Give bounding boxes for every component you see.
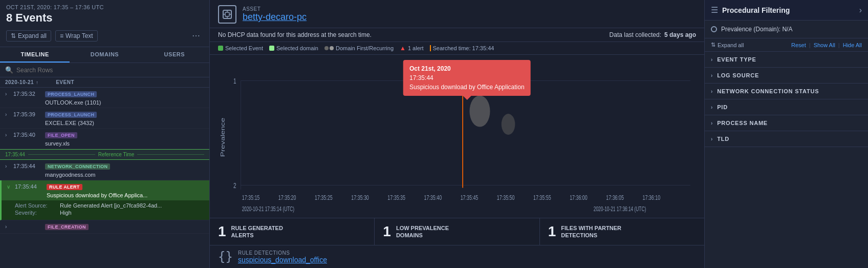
expand-arrow[interactable]: ›: [5, 224, 10, 230]
expand-arrow[interactable]: ›: [5, 91, 10, 97]
alert-triangle-icon: ▲: [400, 45, 406, 52]
dhcp-text: No DHCP data found for this address at t…: [218, 31, 372, 38]
dot-first: [324, 46, 329, 50]
event-name: Suspicious download by Office Applica...: [47, 192, 147, 198]
event-content: FILE_CREATION: [45, 223, 204, 232]
search-input[interactable]: [16, 67, 204, 74]
stat-low-prevalence-number: 1: [383, 223, 391, 240]
chart-tooltip: Oct 21st, 2020 17:35:44 Suspicious downl…: [403, 60, 531, 96]
filter-section-header: › LOG SOURCE: [705, 68, 868, 83]
event-time: 17:35:32: [13, 91, 42, 97]
wrap-text-button[interactable]: ≡ Wrap Text: [55, 30, 98, 42]
expanded-detail: Alert Source: Rule Generated Alert [jo_c…: [2, 200, 209, 220]
stat-rule-alerts-number: 1: [218, 223, 226, 240]
rule-alert-badge: RULE ALERT: [47, 184, 82, 190]
event-time: 17:35:39: [13, 111, 42, 117]
search-icon: 🔍: [5, 66, 13, 74]
svg-text:17:35:45: 17:35:45: [461, 194, 479, 201]
filter-icon: ☰: [711, 5, 718, 15]
svg-rect-1: [225, 12, 229, 16]
expand-arrow[interactable]: ›: [5, 163, 10, 169]
svg-text:1: 1: [233, 76, 236, 85]
expand-all-button[interactable]: ⇅ Expand all: [6, 30, 51, 42]
event-row[interactable]: › 17:35:39 PROCESS_LAUNCH EXCEL.EXE (343…: [0, 108, 209, 129]
right-title-row: ☰ Procedural Filtering: [711, 5, 790, 15]
filter-section-pid[interactable]: › PID: [705, 99, 868, 115]
expand-arrow[interactable]: ›: [5, 112, 10, 117]
sort-icon: ↑: [36, 80, 38, 85]
asset-info: ASSET betty-decaro-pc: [243, 6, 307, 23]
event-name: manygoodness.com: [45, 172, 95, 178]
stat-low-prevalence-label: LOW PREVALENCEDOMAINS: [396, 224, 449, 239]
expand-all-button[interactable]: ⇅ Expand all: [711, 42, 744, 48]
selected-domain-dot: [269, 46, 274, 51]
svg-point-29: [502, 114, 515, 135]
event-content: FILE_OPEN survey.xls: [45, 131, 204, 147]
filter-section-header: › EVENT TYPE: [705, 52, 868, 67]
asset-label: ASSET: [243, 6, 307, 12]
filter-section-label: TLD: [717, 136, 729, 142]
event-col-header: EVENT: [40, 79, 204, 85]
legend-alert-label: 1 alert: [408, 45, 424, 51]
filter-section-tld[interactable]: › TLD: [705, 131, 868, 147]
hide-all-link[interactable]: Hide All: [843, 42, 862, 48]
process-launch-badge: PROCESS_LAUNCH: [45, 112, 97, 118]
filter-section-header: › PID: [705, 99, 868, 115]
filter-section-network-connection-status[interactable]: › NETWORK CONNECTION STATUS: [705, 84, 868, 99]
ref-time-line-right: [137, 154, 204, 155]
wrap-icon: ≡: [60, 32, 63, 39]
legend-searched-time: Searched time: 17:35:44: [430, 45, 494, 51]
ref-time-line: [28, 154, 95, 155]
event-row[interactable]: › 17:35:40 FILE_OPEN survey.xls: [0, 129, 209, 149]
detail-value: Rule Generated Alert [jo_c7fca982-4ad...: [60, 202, 162, 209]
event-row-selected[interactable]: ∨ 17:35:44 RULE ALERT Suspicious downloa…: [0, 180, 209, 220]
right-header: ☰ Procedural Filtering ›: [705, 0, 868, 20]
rule-name[interactable]: suspicious_download_office: [238, 256, 327, 264]
expand-arrow[interactable]: ∨: [7, 184, 12, 190]
reset-link[interactable]: Reset: [791, 42, 806, 48]
event-name: survey.xls: [45, 140, 70, 147]
filter-section-label: LOG SOURCE: [717, 72, 759, 78]
svg-text:17:36:10: 17:36:10: [642, 194, 660, 201]
asset-name[interactable]: betty-decaro-pc: [243, 12, 307, 23]
network-badge: NETWORK_CONNECTION: [45, 163, 110, 170]
expand-all-label: Expand all: [718, 42, 744, 48]
filter-section-log-source[interactable]: › LOG SOURCE: [705, 68, 868, 84]
stat-rule-alerts: 1 RULE GENERATEDALERTS: [210, 218, 375, 245]
left-panel: OCT 21ST, 2020: 17:35 – 17:36 UTC 8 Even…: [0, 0, 210, 268]
toolbar-row: ⇅ Expand all ≡ Wrap Text ⋯: [6, 28, 203, 45]
rule-label: RULE DETECTIONS: [238, 250, 327, 256]
asset-icon: [218, 5, 236, 24]
filter-section-label: NETWORK CONNECTION STATUS: [717, 88, 819, 94]
search-row: 🔍: [0, 63, 209, 77]
dot-recurring: [330, 46, 334, 50]
more-options-button[interactable]: ⋯: [189, 30, 203, 42]
tab-row: TIMELINE DOMAINS USERS: [0, 47, 209, 63]
show-all-link[interactable]: Show All: [814, 42, 835, 48]
tooltip-time: 17:35:44: [409, 73, 525, 83]
right-panel-arrow[interactable]: ›: [859, 6, 862, 15]
tab-domains[interactable]: DOMAINS: [70, 47, 139, 63]
event-row[interactable]: › FILE_CREATION: [0, 220, 209, 234]
separator: |: [838, 42, 840, 48]
legend-alert: ▲ 1 alert: [400, 45, 423, 52]
prevalence-radio[interactable]: [711, 26, 717, 32]
event-row[interactable]: › 17:35:44 NETWORK_CONNECTION manygoodne…: [0, 160, 209, 180]
event-row[interactable]: › 17:35:32 PROCESS_LAUNCH OUTLOOK.exe (1…: [0, 88, 209, 108]
expand-arrow[interactable]: ›: [5, 132, 10, 138]
svg-text:17:35:50: 17:35:50: [497, 194, 515, 201]
event-name: OUTLOOK.exe (1101): [45, 99, 101, 106]
detail-value: High: [60, 210, 72, 216]
tab-timeline[interactable]: TIMELINE: [0, 47, 70, 63]
separator: |: [809, 42, 811, 48]
tab-users[interactable]: USERS: [140, 47, 209, 63]
data-collected-value: 5 days ago: [664, 31, 696, 38]
filter-section-process-name[interactable]: › PROCESS NAME: [705, 115, 868, 131]
chevron-icon: ›: [711, 136, 713, 142]
svg-text:17:35:40: 17:35:40: [424, 194, 442, 201]
right-title: Procedural Filtering: [722, 6, 790, 14]
filter-section-label: EVENT TYPE: [717, 56, 756, 63]
data-collected-label: Data last collected:: [610, 31, 661, 38]
filter-section-event-type[interactable]: › EVENT TYPE: [705, 52, 868, 68]
chevron-icon: ›: [711, 57, 713, 63]
